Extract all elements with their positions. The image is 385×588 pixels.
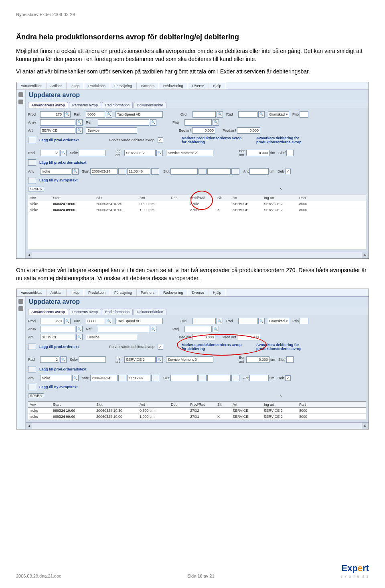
search-icon[interactable]: 🔍 (150, 326, 156, 332)
input-ingart[interactable]: SERVICE 2 (124, 356, 156, 363)
scroll-left-icon[interactable]: ◄ (26, 423, 32, 429)
input-rad[interactable] (238, 318, 257, 324)
scrollbar[interactable]: ◄ ► (26, 422, 369, 429)
input-ansv[interactable] (40, 119, 75, 126)
search-icon[interactable]: 🔍 (72, 375, 79, 381)
text-icon[interactable] (28, 366, 36, 372)
menu-item[interactable]: Hjälp (209, 289, 226, 296)
input-prod[interactable]: 270 (40, 111, 63, 118)
search-icon[interactable]: 🔍 (64, 318, 71, 324)
checkbox-deb[interactable]: ✓ (285, 169, 291, 174)
calendar-icon[interactable] (199, 168, 207, 175)
input-slut-time[interactable] (207, 168, 231, 175)
search-icon[interactable]: 🔍 (258, 111, 265, 118)
search-icon[interactable]: 🔍 (258, 318, 265, 324)
input-start-date[interactable]: 2006-03-24 (90, 375, 118, 381)
input-prod[interactable]: 270 (40, 318, 63, 324)
menu-item[interactable]: Inköp (66, 82, 84, 90)
button-spara[interactable]: SPARA (28, 187, 44, 191)
link-avmarkera[interactable]: Avmarkera debitering för produktionsorde… (256, 136, 316, 144)
menu-item[interactable]: Redovisning (159, 289, 188, 296)
input-start-time[interactable]: 11:05:46 (127, 168, 150, 175)
input-slut-date[interactable] (170, 375, 198, 381)
menu-item[interactable]: Varucertifikat (16, 289, 46, 296)
link-avropstext[interactable]: Lägg till ny avropstext (39, 178, 78, 182)
select-granskad[interactable]: Granskad (268, 111, 289, 118)
scroll-right-icon[interactable]: ► (362, 252, 369, 258)
input-berant[interactable]: 0.000 (246, 356, 270, 363)
checkbox-deb[interactable]: ✓ (285, 375, 291, 381)
input-ord[interactable] (192, 318, 216, 324)
search-icon[interactable]: 🔍 (60, 356, 67, 363)
input-prio[interactable] (300, 111, 308, 118)
input-art[interactable]: SERVICE (40, 127, 75, 134)
search-icon[interactable]: 🔍 (76, 334, 83, 340)
search-icon[interactable]: 🔍 (150, 119, 156, 126)
input-anv[interactable]: nicke (40, 168, 71, 175)
search-icon[interactable]: 🔍 (76, 326, 83, 332)
link-ordertext[interactable]: Lägg till prod.ordertext (39, 138, 79, 142)
input-start-date[interactable]: 2006-03-24 (90, 168, 118, 175)
input-part-name[interactable]: Taxi Speed AB (116, 318, 163, 324)
link-ordertext[interactable]: Lägg till prod.ordertext (39, 345, 79, 349)
text-icon[interactable] (28, 159, 36, 166)
input-ref[interactable] (98, 326, 149, 332)
menu-item[interactable]: Artiklar (46, 289, 66, 296)
home-icon[interactable] (18, 299, 23, 304)
scroll-right-icon[interactable]: ► (362, 423, 369, 429)
input-ord[interactable] (192, 111, 216, 118)
menu-item[interactable]: Produktion (84, 289, 110, 296)
clock-icon[interactable] (231, 375, 239, 381)
search-icon[interactable]: 🔍 (76, 119, 83, 126)
checkbox-forvalt[interactable]: ✓ (158, 137, 163, 143)
search-icon[interactable]: 🔍 (217, 318, 223, 324)
menu-item[interactable]: Försäljning (110, 289, 136, 296)
input-part-name[interactable]: Taxi Speed AB (116, 111, 163, 118)
input-sekv[interactable] (79, 150, 106, 156)
input-ref[interactable] (98, 119, 149, 126)
search-icon[interactable]: 🔍 (60, 150, 67, 156)
input-art[interactable]: SERVICE (40, 334, 75, 340)
input-berant[interactable]: 0.000 (246, 150, 270, 156)
menu-item[interactable]: Diverse (188, 289, 209, 296)
menu-item[interactable]: Diverse (188, 82, 209, 90)
tab-anvandarens-avrop[interactable]: Användarens avrop (28, 309, 68, 315)
input-prodant[interactable]: 0.000 (237, 127, 260, 134)
link-avropstext[interactable]: Lägg till ny avropstext (39, 385, 78, 389)
input-rad[interactable] (238, 111, 257, 118)
input-prio[interactable] (300, 318, 308, 324)
text-icon[interactable] (28, 384, 36, 390)
scroll-left-icon[interactable]: ◄ (26, 252, 32, 258)
calendar-icon[interactable] (118, 375, 126, 381)
button-spara[interactable]: SPARA (28, 393, 44, 398)
input-beoant[interactable]: 0.000 (192, 127, 215, 134)
search-icon[interactable]: 🔍 (76, 127, 83, 134)
list-icon[interactable] (18, 100, 23, 104)
input-slutf[interactable] (286, 150, 294, 156)
home-icon[interactable] (18, 92, 23, 97)
tab-dokumentlankar[interactable]: Dokumentlänkar (134, 309, 166, 315)
search-icon[interactable]: 🔍 (106, 111, 112, 118)
table-row[interactable]: nicke 060324 10:00 20060324 10:30 0.500 … (28, 408, 366, 414)
menu-item[interactable]: Varucertifikat (16, 82, 46, 90)
search-icon[interactable]: 🔍 (213, 119, 219, 126)
input-ant[interactable] (249, 375, 269, 381)
input-ansv[interactable] (40, 326, 75, 332)
calendar-icon[interactable] (199, 375, 207, 381)
menu-item[interactable]: Inköp (66, 289, 84, 296)
menu-item[interactable]: Produktion (84, 82, 110, 90)
tab-dokumentlankar[interactable]: Dokumentlänkar (134, 102, 166, 108)
menu-item[interactable]: Partners (136, 82, 159, 90)
input-slut-date[interactable] (170, 168, 198, 175)
link-markera[interactable]: Markera produktionsorderns avrop för deb… (182, 136, 242, 144)
menu-item[interactable]: Partners (136, 289, 159, 296)
input-ant[interactable] (249, 168, 269, 175)
clock-icon[interactable] (231, 168, 239, 175)
input-art-desc[interactable]: Service (86, 127, 137, 134)
link-orderradstext[interactable]: Lägg till prod.orderradstext (39, 161, 87, 165)
text-icon[interactable] (28, 177, 36, 183)
text-icon[interactable] (28, 344, 36, 350)
search-icon[interactable]: 🔍 (156, 356, 163, 363)
input-proj[interactable] (184, 326, 212, 332)
table-row[interactable]: nicke 060324 09:00 20060324 10:00 1.000 … (28, 414, 366, 420)
